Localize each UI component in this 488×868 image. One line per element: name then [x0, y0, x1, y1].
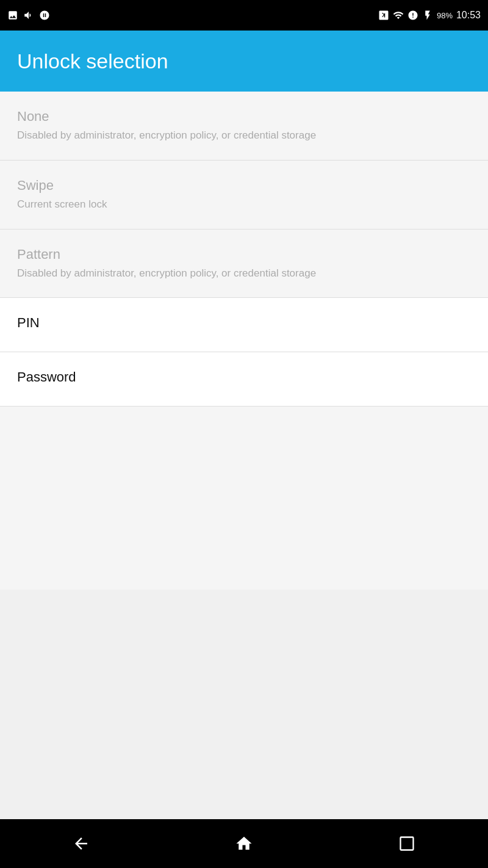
- alert-icon: [407, 10, 418, 21]
- battery-indicator: 98%: [437, 11, 453, 20]
- image-icon: [7, 10, 18, 21]
- list-item-swipe-subtitle: Current screen lock: [17, 197, 471, 212]
- svg-rect-0: [400, 837, 413, 850]
- wifi-icon: [393, 10, 404, 21]
- back-button[interactable]: [63, 825, 99, 862]
- status-time: 10:53: [456, 10, 481, 21]
- list-item-none[interactable]: None Disabled by administrator, encrypti…: [0, 92, 488, 161]
- bolt-icon: [422, 10, 433, 21]
- home-icon: [235, 834, 253, 853]
- empty-content-area: [0, 407, 488, 590]
- battery-percentage: 98%: [437, 11, 453, 20]
- list-item-swipe-title: Swipe: [17, 178, 471, 193]
- list-item-pattern-subtitle: Disabled by administrator, encryption po…: [17, 266, 471, 281]
- app-bar: Unlock selection: [0, 31, 488, 92]
- volume-icon: [23, 10, 34, 21]
- status-bar-right: 98% 10:53: [378, 10, 481, 21]
- status-bar-left: [7, 10, 50, 21]
- unlock-options-list: None Disabled by administrator, encrypti…: [0, 92, 488, 590]
- home-button[interactable]: [226, 825, 262, 862]
- status-bar: 98% 10:53: [0, 0, 488, 31]
- recents-button[interactable]: [389, 825, 425, 862]
- nfc-icon: [378, 10, 389, 21]
- blackberry-icon: [39, 10, 50, 21]
- recents-icon: [398, 835, 415, 852]
- list-item-pin-title: PIN: [17, 315, 471, 331]
- list-item-none-title: None: [17, 109, 471, 125]
- back-icon: [72, 834, 90, 853]
- list-item-password[interactable]: Password: [0, 352, 488, 407]
- list-item-password-title: Password: [17, 369, 471, 385]
- list-item-pattern[interactable]: Pattern Disabled by administrator, encry…: [0, 230, 488, 298]
- list-item-swipe[interactable]: Swipe Current screen lock: [0, 161, 488, 230]
- list-item-none-subtitle: Disabled by administrator, encryption po…: [17, 128, 471, 143]
- list-item-pin[interactable]: PIN: [0, 298, 488, 352]
- page-title: Unlock selection: [17, 49, 168, 73]
- list-item-pattern-title: Pattern: [17, 247, 471, 262]
- bottom-navigation: [0, 819, 488, 868]
